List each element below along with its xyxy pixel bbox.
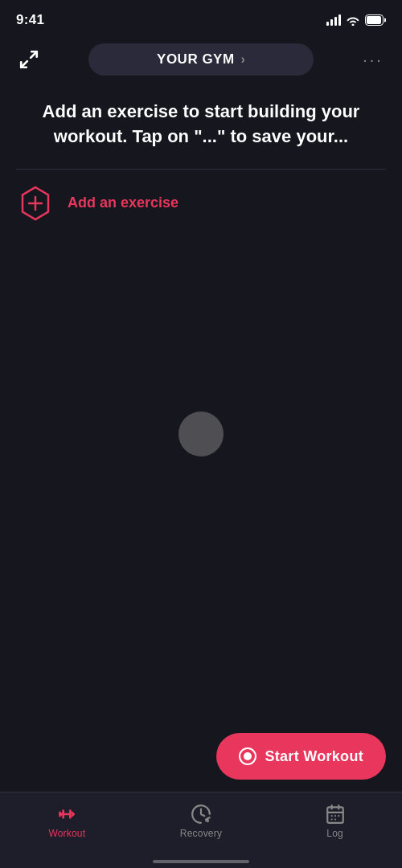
workout-label: Workout xyxy=(48,828,85,839)
battery-icon xyxy=(365,14,386,26)
tab-log[interactable]: Log xyxy=(268,802,402,839)
svg-rect-1 xyxy=(367,16,381,24)
wifi-icon xyxy=(346,14,360,26)
record-inner xyxy=(244,752,252,760)
record-icon xyxy=(239,747,256,765)
add-exercise-label: Add an exercise xyxy=(68,194,178,211)
add-exercise-row[interactable]: Add an exercise xyxy=(16,170,386,237)
center-circle xyxy=(178,411,224,457)
start-workout-label: Start Workout xyxy=(265,748,363,765)
signal-bars-icon xyxy=(326,14,341,26)
add-exercise-icon xyxy=(16,184,55,223)
tab-recovery[interactable]: Recovery xyxy=(134,802,269,839)
recovery-label: Recovery xyxy=(180,828,222,839)
empty-message: Add an exercise to start building your w… xyxy=(16,100,386,149)
gym-selector[interactable]: YOUR GYM › xyxy=(88,43,314,76)
main-content: Add an exercise to start building your w… xyxy=(0,84,402,237)
expand-icon[interactable] xyxy=(14,45,43,74)
more-options-button[interactable]: ··· xyxy=(359,45,388,74)
status-time: 9:41 xyxy=(16,12,44,28)
header: YOUR GYM › ··· xyxy=(0,35,402,84)
chevron-right-icon: › xyxy=(241,52,245,67)
bottom-nav: Workout Recovery xyxy=(0,792,402,868)
home-indicator xyxy=(153,860,249,863)
recovery-icon xyxy=(191,804,211,825)
log-icon xyxy=(325,804,346,825)
svg-rect-6 xyxy=(327,807,343,823)
workout-icon xyxy=(56,804,77,825)
tab-workout[interactable]: Workout xyxy=(0,802,134,839)
status-icons xyxy=(326,14,386,26)
start-workout-button[interactable]: Start Workout xyxy=(216,733,386,780)
status-bar: 9:41 xyxy=(0,0,402,35)
center-circle-area xyxy=(178,411,224,457)
log-label: Log xyxy=(326,828,343,839)
gym-name: YOUR GYM xyxy=(157,51,235,68)
